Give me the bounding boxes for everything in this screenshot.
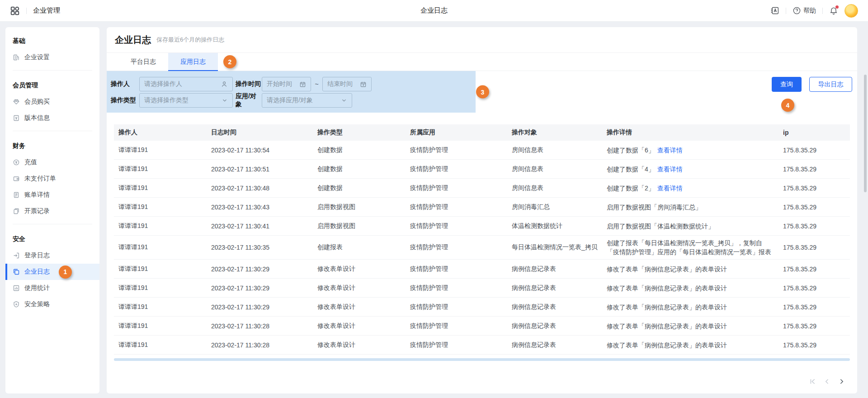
cell-app: 疫情防护管理 [406, 338, 507, 352]
cell-ip: 175.8.35.29 [778, 263, 850, 275]
sidebar-item-label: 安全策略 [24, 300, 50, 308]
column-header: 日志时间 [207, 128, 313, 137]
sidebar-item[interactable]: 登录日志 [5, 247, 99, 264]
tab-application-logs[interactable]: 应用日志 [168, 53, 218, 71]
cell-type: 修改表单设计 [313, 300, 406, 314]
sidebar-sections: 基础 企业设置 会员管理 会员购买 版本信息 财务 充值 未支付订单 账单详 [5, 31, 99, 313]
query-button[interactable]: 查询 [772, 77, 802, 92]
view-detail-link[interactable]: 查看详情 [657, 166, 683, 173]
export-logs-button[interactable]: 导出日志 [809, 77, 852, 92]
help-button[interactable]: 帮助 [793, 6, 816, 15]
table-row: 谭谭谭191 2023-02-17 11:30:48 创建数据 疫情防护管理 房… [114, 179, 850, 198]
sidebar-divider [13, 70, 92, 71]
sidebar-item[interactable]: 开票记录 [5, 203, 99, 219]
top-bar: 企业管理 企业日志 帮助 [0, 0, 868, 22]
first-page-button[interactable] [807, 376, 817, 386]
sidebar-item[interactable]: 安全策略 [5, 296, 99, 313]
cell-type: 创建报表 [313, 241, 406, 254]
cell-app: 疫情防护管理 [406, 219, 507, 233]
cell-type: 创建数据 [313, 181, 406, 195]
cell-type: 启用数据视图 [313, 200, 406, 214]
sidebar-item-label: 登录日志 [24, 251, 50, 260]
cell-ip: 175.8.35.29 [778, 220, 850, 232]
cell-ip: 175.8.35.29 [778, 163, 850, 175]
sidebar-divider [13, 131, 92, 131]
divider [786, 8, 786, 14]
app-grid-logo-icon[interactable] [10, 6, 20, 16]
annotation-badge-2: 2 [223, 55, 236, 68]
main-subtitle: 保存最近6个月的操作日志 [156, 36, 224, 44]
end-time-placeholder: 结束时间 [327, 80, 353, 88]
cell-ip: 175.8.35.29 [778, 241, 850, 254]
cell-target: 房间信息表 [507, 162, 602, 176]
table-row: 谭谭谭191 2023-02-17 11:30:43 启用数据视图 疫情防护管理… [114, 198, 850, 217]
main-panel: 企业日志 保存最近6个月的操作日志 平台日志应用日志2 操作人 请选择操作人 操… [107, 27, 857, 393]
cell-detail: 创建了数据「6」查看详情 [602, 143, 778, 157]
end-time-input[interactable]: 结束时间 [322, 77, 372, 91]
chevron-left-icon [823, 378, 831, 385]
user-avatar[interactable] [844, 4, 858, 18]
app-filter-label: 应用/对象 [236, 92, 262, 109]
sidebar-item[interactable]: 使用统计 [5, 280, 99, 296]
cell-target: 病例信息记录表 [507, 281, 602, 295]
vertical-scrollbar[interactable] [864, 75, 867, 192]
detail-text: 启用了数据视图「房间消毒汇总」 [607, 204, 702, 211]
start-time-input[interactable]: 开始时间 [262, 77, 311, 91]
cell-time: 2023-02-17 11:30:54 [207, 144, 313, 156]
table-row: 谭谭谭191 2023-02-17 11:30:29 修改表单设计 疫情防护管理… [114, 279, 850, 298]
sidebar-item[interactable]: 会员购买 [5, 94, 99, 110]
unpaid-order-icon [13, 175, 20, 182]
cell-operator: 谭谭谭191 [114, 162, 207, 176]
cell-detail: 启用了数据视图「体温检测数据统计」 [602, 219, 778, 233]
sidebar-item[interactable]: 企业设置 [5, 49, 99, 66]
next-page-button[interactable] [836, 376, 846, 386]
chevron-down-icon [341, 97, 347, 104]
cell-target: 房间信息表 [507, 181, 602, 195]
type-filter-label: 操作类型 [111, 96, 139, 104]
cell-app: 疫情防护管理 [406, 200, 507, 214]
cell-type: 修改表单设计 [313, 262, 406, 276]
security-policy-icon [13, 301, 20, 308]
horizontal-scrollbar[interactable] [114, 358, 850, 361]
annotation-badge-4: 4 [781, 99, 794, 112]
cell-ip: 175.8.35.29 [778, 339, 850, 351]
column-header: ip [778, 129, 850, 136]
sidebar-item[interactable]: 版本信息 [5, 110, 99, 126]
sidebar-item-label: 会员购买 [24, 98, 50, 106]
detail-text: 创建了数据「2」 [607, 185, 655, 192]
operation-type-select[interactable]: 请选择操作类型 [139, 93, 233, 108]
cell-app: 疫情防护管理 [406, 241, 507, 254]
sidebar-section-title: 基础 [5, 31, 99, 49]
detail-text: 启用了数据视图「体温检测数据统计」 [607, 223, 714, 230]
cell-operator: 谭谭谭191 [114, 143, 207, 157]
cell-detail: 创建了数据「4」查看详情 [602, 162, 778, 176]
prev-page-button[interactable] [822, 376, 832, 386]
sidebar-item[interactable]: 企业日志 1 [5, 264, 99, 280]
operator-select-input[interactable]: 请选择操作人 [139, 77, 233, 91]
sidebar-item[interactable]: 账单详情 [5, 187, 99, 203]
table-row: 谭谭谭191 2023-02-17 11:30:28 修改表单设计 疫情防护管理… [114, 317, 850, 336]
cell-type: 创建数据 [313, 162, 406, 176]
view-detail-link[interactable]: 查看详情 [657, 147, 683, 154]
cell-operator: 谭谭谭191 [114, 300, 207, 314]
cell-target: 病例信息记录表 [507, 300, 602, 314]
calendar-icon [360, 81, 367, 88]
app-object-select[interactable]: 请选择应用/对象 [262, 93, 352, 108]
tab-platform-logs[interactable]: 平台日志 [118, 53, 168, 71]
action-buttons: 查询 导出日志 4 [772, 77, 852, 92]
notifications-bell-icon[interactable] [829, 6, 838, 15]
sidebar-item[interactable]: 充值 [5, 154, 99, 171]
cell-target: 病例信息记录表 [507, 262, 602, 276]
translate-icon[interactable] [770, 6, 779, 15]
page-title: 企业日志 [420, 6, 448, 15]
cell-operator: 谭谭谭191 [114, 200, 207, 214]
annotation-badge-1: 1 [59, 265, 72, 279]
view-detail-link[interactable]: 查看详情 [657, 185, 683, 192]
cell-operator: 谭谭谭191 [114, 338, 207, 352]
cell-detail: 启用了数据视图「房间消毒汇总」 [602, 200, 778, 214]
sidebar-section-items: 登录日志 企业日志 1 使用统计 安全策略 [5, 247, 99, 313]
operator-placeholder: 请选择操作人 [144, 80, 182, 88]
app-placeholder: 请选择应用/对象 [267, 96, 313, 104]
sidebar-item[interactable]: 未支付订单 [5, 171, 99, 187]
cell-time: 2023-02-17 11:30:28 [207, 320, 313, 332]
